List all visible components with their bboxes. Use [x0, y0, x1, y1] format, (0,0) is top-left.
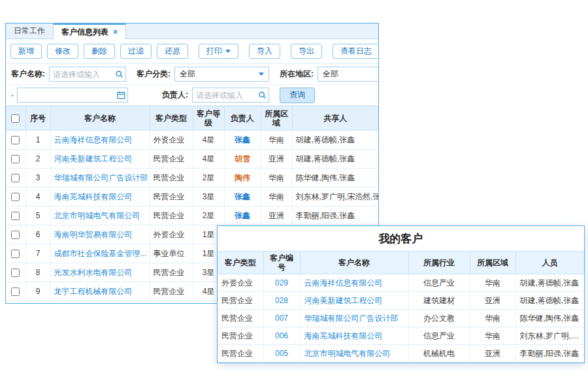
customer-name-link[interactable]: 海南明华贸易有限公司: [54, 230, 133, 239]
tab-bar: 日常工作 客户信息列表 ×: [6, 24, 378, 39]
owner-field: [192, 88, 269, 103]
table-row[interactable]: 民营企业 007 华瑞城有限公司广告设计部 办公文教 华南 陈华健,陶伟,张鑫: [218, 310, 584, 327]
cell-industry: 信息产业: [408, 327, 470, 345]
owner-link[interactable]: 陶伟: [235, 173, 250, 182]
cell-type: 民营企业: [218, 310, 263, 327]
customer-name-link[interactable]: 光发水利水电有限公司: [54, 268, 133, 277]
cell-name: 海南明华贸易有限公司: [50, 225, 150, 244]
row-checkbox[interactable]: [11, 136, 20, 144]
my-customers-panel: 我的客户 客户类型 客户编号 客户名称 所属行业 所属区域 人员 外资企业 02…: [217, 225, 585, 363]
row-checkbox[interactable]: [11, 269, 20, 277]
add-button[interactable]: 新增: [10, 44, 42, 59]
calendar-icon[interactable]: [114, 91, 127, 99]
query-button[interactable]: 查询: [280, 88, 315, 103]
customer-name-link[interactable]: 云南海祥信息有限公司: [304, 278, 383, 287]
customer-name-link[interactable]: 华瑞城有限公司广告设计部: [54, 173, 148, 182]
customer-name-link[interactable]: 北京市明城电气有限公司: [304, 349, 391, 358]
table-row[interactable]: 5 北京市明城电气有限公司 民营企业 2星 张鑫 亚洲 李勤丽,阳强,张鑫: [6, 206, 378, 225]
customer-no-link[interactable]: 007: [275, 314, 288, 323]
select-all-checkbox[interactable]: [11, 114, 20, 123]
select-all-cell: [6, 106, 25, 131]
table-row[interactable]: 2 河南美新建筑工程公司 民营企业 4星 胡雪 亚洲 胡建,蒋德帧,张鑫: [6, 150, 378, 169]
row-checkbox[interactable]: [11, 287, 20, 296]
row-checkbox[interactable]: [11, 193, 20, 201]
view-log-button[interactable]: 查看日志: [333, 44, 379, 59]
edit-button[interactable]: 修改: [47, 44, 78, 59]
row-checkbox[interactable]: [11, 250, 20, 258]
customer-name-link[interactable]: 云南海祥信息有限公司: [54, 135, 133, 144]
customer-name-link[interactable]: 河南美新建筑工程公司: [304, 296, 383, 305]
cell-industry: 信息产业: [408, 274, 470, 292]
owner-link[interactable]: 张鑫: [235, 135, 250, 144]
customer-name-input[interactable]: [50, 70, 112, 79]
table-row[interactable]: 1 云南海祥信息有限公司 外资企业 4星 张鑫 华南 胡建,蒋德帧,张鑫: [6, 131, 378, 150]
my-customers-title: 我的客户: [218, 226, 584, 251]
customer-no-link[interactable]: 006: [275, 331, 288, 340]
cell-name: 北京市明城电气有限公司: [300, 345, 408, 363]
owner-link[interactable]: 张鑫: [235, 192, 250, 201]
table-row[interactable]: 3 华瑞城有限公司广告设计部 民营企业 2星 陶伟 华南 陈华健,陶伟,张鑫: [6, 169, 378, 188]
customer-name-link[interactable]: 成都市社会保险基金管理...: [54, 249, 147, 258]
table-row[interactable]: 民营企业 028 河南美新建筑工程公司 建筑建材 亚洲 胡建,蒋德帧,张鑫: [218, 292, 584, 310]
customer-no-link[interactable]: 005: [275, 349, 288, 358]
cell-region: 华南: [470, 274, 515, 292]
delete-button[interactable]: 删除: [84, 44, 115, 59]
search-icon[interactable]: [255, 91, 269, 99]
cell-no: 8: [25, 263, 50, 282]
customer-name-link[interactable]: 海南芜城科技有限公司: [304, 331, 383, 340]
customer-name-link[interactable]: 北京市明城电气有限公司: [54, 211, 140, 220]
district-select[interactable]: 全部: [318, 67, 378, 82]
date-field: [17, 88, 128, 103]
customer-no-link[interactable]: 029: [275, 278, 288, 287]
row-checkbox[interactable]: [11, 174, 20, 182]
row-checkbox[interactable]: [11, 155, 20, 163]
date-input[interactable]: [18, 91, 114, 100]
cell-region: 华南: [261, 169, 292, 188]
cell-level: 2星: [193, 206, 224, 225]
checkbox-cell: [6, 169, 25, 188]
owner-link[interactable]: 胡雪: [235, 154, 250, 163]
cell-owner: 张鑫: [224, 188, 261, 206]
customer-name-link[interactable]: 海南芜城科技有限公司: [54, 192, 133, 201]
cell-type: 外资企业: [150, 131, 193, 150]
checkbox-cell: [6, 263, 25, 282]
checkbox-cell: [6, 225, 25, 244]
cell-industry: 建筑建材: [408, 292, 470, 310]
tab-daily-work[interactable]: 日常工作: [6, 24, 53, 39]
restore-button[interactable]: 还原: [157, 44, 188, 59]
cell-level: 2星: [193, 169, 224, 188]
row-checkbox[interactable]: [11, 231, 20, 239]
table-row[interactable]: 民营企业 006 海南芜城科技有限公司 信息产业 华南 刘东林,罗广明,宋浩然.…: [218, 327, 584, 345]
customer-name-link[interactable]: 龙宇工程机械有限公司: [54, 287, 133, 296]
tab-label: 客户信息列表: [61, 27, 108, 38]
cell-no: 2: [25, 150, 50, 169]
table-row[interactable]: 民营企业 005 北京市明城电气有限公司 机械机电 亚洲 李勤丽,阳强,张鑫: [218, 345, 584, 363]
cell-no: 029: [263, 274, 300, 292]
import-button[interactable]: 导入: [249, 44, 280, 59]
cell-no: 028: [263, 292, 300, 310]
close-icon[interactable]: ×: [113, 28, 118, 36]
checkbox-cell: [6, 150, 25, 169]
cell-name: 云南海祥信息有限公司: [300, 274, 408, 292]
export-button[interactable]: 导出: [291, 44, 322, 59]
search-icon[interactable]: [112, 70, 125, 78]
tab-customer-list[interactable]: 客户信息列表 ×: [53, 24, 126, 39]
owner-link[interactable]: 张鑫: [235, 211, 250, 220]
customer-no-link[interactable]: 028: [275, 296, 288, 305]
customer-name-link[interactable]: 河南美新建筑工程公司: [54, 154, 133, 163]
table-row[interactable]: 外资企业 029 云南海祥信息有限公司 信息产业 华南 胡建,蒋德帧,张鑫: [218, 274, 584, 292]
owner-input[interactable]: [193, 91, 255, 100]
table-row[interactable]: 4 海南芜城科技有限公司 民营企业 3星 张鑫 华南 刘东林,罗广明,宋浩然,张…: [6, 188, 378, 206]
checkbox-cell: [6, 244, 25, 263]
row-checkbox[interactable]: [11, 212, 20, 220]
customer-name-link[interactable]: 华瑞城有限公司广告设计部: [304, 314, 399, 323]
filter-button[interactable]: 过滤: [120, 44, 152, 59]
cell-type: 民营企业: [150, 206, 193, 225]
cell-type: 外资企业: [150, 225, 193, 244]
cell-region: 亚洲: [470, 292, 515, 310]
filter-row-1: 客户名称: 客户分类: 全部 所在地区: 全部: [6, 64, 378, 85]
category-select[interactable]: 全部: [174, 67, 269, 82]
print-button[interactable]: 打印: [199, 44, 238, 59]
date-range-dash: -: [11, 91, 14, 100]
col-header-industry: 所属行业: [408, 252, 470, 274]
